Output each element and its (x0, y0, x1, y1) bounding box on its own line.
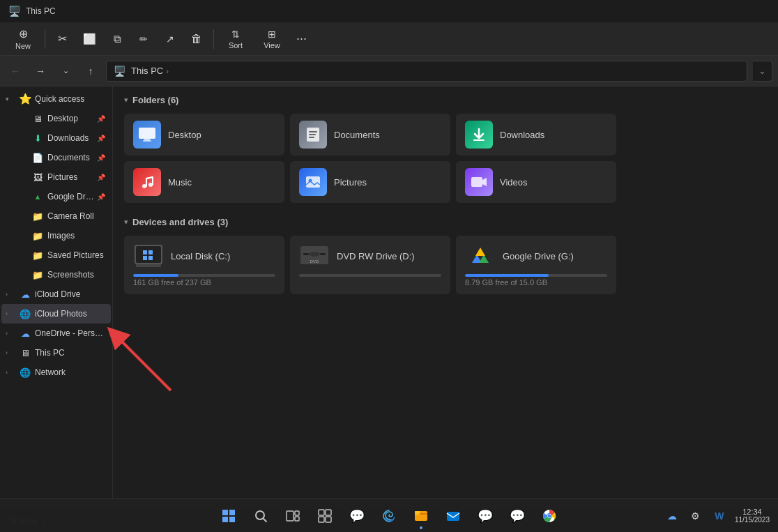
pictures-icon: 🖼 (31, 172, 45, 183)
teams-button[interactable]: 💬 (342, 501, 372, 531)
folder-documents[interactable]: Documents (290, 114, 450, 155)
sidebar-item-quick-access[interactable]: ▾ ⭐ Quick access (1, 89, 111, 109)
drives-chevron[interactable]: ▾ (124, 218, 128, 227)
share-icon: ↗ (166, 33, 174, 45)
svg-rect-40 (447, 512, 459, 521)
copy-button[interactable]: ⬜ (76, 30, 103, 48)
svg-point-23 (309, 252, 320, 257)
drive-grid: Local Disk (C:) 161 GB free of 237 GB (124, 236, 767, 294)
delete-button[interactable]: 🗑 (184, 30, 209, 48)
sidebar-item-downloads[interactable]: ⬇ Downloads 📌 (1, 128, 111, 148)
view-button[interactable]: ⊞ View (254, 26, 289, 52)
widgets-button[interactable] (310, 501, 340, 531)
images-icon: 📁 (31, 231, 45, 241)
share-button[interactable]: ↗ (158, 31, 183, 47)
settings-tray-icon[interactable]: ⚙ (685, 505, 707, 527)
sidebar-item-google-drive[interactable]: ▲ Google Drive (G… 📌 (1, 187, 111, 206)
recent-button[interactable]: ⌄ (56, 61, 75, 81)
drive-dvd-d[interactable]: DVD DVD RW Drive (D:) (290, 236, 450, 294)
sidebar-item-documents[interactable]: 📄 Documents 📌 (1, 148, 111, 167)
drive-d-top: DVD DVD RW Drive (D:) (299, 243, 441, 268)
expand-icon: › (6, 330, 15, 337)
svg-rect-10 (306, 176, 320, 188)
word-tray-icon[interactable]: W (708, 505, 731, 527)
sidebar-item-desktop[interactable]: 🖥 Desktop 📌 (1, 109, 111, 128)
skype-button[interactable]: 💬 (471, 501, 500, 531)
drive-c-free: 161 GB free of 237 GB (133, 278, 275, 287)
path-chevron: › (166, 67, 169, 75)
sidebar-item-label: Desktop (47, 114, 94, 123)
title-bar-text: This PC (26, 6, 56, 16)
folder-desktop[interactable]: Desktop (124, 114, 284, 155)
sidebar-item-this-pc[interactable]: › 🖥 This PC (1, 343, 111, 363)
messages-button[interactable]: 💬 (503, 501, 532, 531)
icloud-photos-icon: 🌐 (18, 309, 32, 319)
saved-pictures-icon: 📁 (31, 250, 45, 261)
sidebar-item-camera-roll[interactable]: 📁 Camera Roll (1, 206, 111, 226)
explorer-button[interactable] (406, 501, 436, 531)
taskbar-clock[interactable]: 12:34 11/15/2023 (732, 505, 772, 526)
sort-label: Sort (229, 41, 243, 50)
start-button[interactable] (214, 501, 243, 531)
back-button[interactable]: ← (6, 61, 25, 81)
sidebar-item-icloud-photos[interactable]: › 🌐 iCloud Photos (1, 304, 111, 324)
folders-section-header: ▾ Folders (6) (124, 95, 767, 105)
edge-button[interactable] (374, 501, 404, 531)
more-button[interactable]: ··· (291, 29, 312, 49)
sidebar-item-label: iCloud Photos (35, 309, 105, 319)
svg-point-44 (548, 514, 551, 517)
sidebar-item-label: Network (35, 367, 105, 377)
drive-local-c[interactable]: Local Disk (C:) 161 GB free of 237 GB (124, 236, 284, 294)
rename-button[interactable]: ✏ (131, 31, 156, 47)
folder-pictures[interactable]: Pictures (290, 161, 450, 203)
svg-rect-27 (229, 517, 235, 522)
sidebar-item-screenshots[interactable]: 📁 Screenshots (1, 265, 111, 284)
downloads-icon: ⬇ (31, 133, 45, 144)
cut-button[interactable]: ✂ (49, 29, 75, 48)
chrome-button[interactable] (535, 501, 564, 531)
new-button[interactable]: ⊕ New (6, 24, 40, 53)
sidebar-item-images[interactable]: 📁 Images (1, 226, 111, 245)
address-bar: ← → ⌄ ↑ 🖥️ This PC › ⌄ (0, 56, 778, 86)
svg-rect-24 (222, 510, 228, 515)
address-path[interactable]: 🖥️ This PC › (106, 61, 747, 82)
videos-folder-icon (465, 168, 493, 196)
svg-rect-7 (473, 139, 485, 141)
folders-chevron[interactable]: ▾ (124, 96, 128, 105)
sort-button[interactable]: ⇅ Sort (218, 26, 253, 52)
sidebar-item-label: Google Drive (G… (47, 192, 94, 202)
sidebar: ▾ ⭐ Quick access 🖥 Desktop 📌 ⬇ Downloads… (0, 86, 113, 510)
search-button[interactable] (246, 501, 275, 531)
drive-google-g[interactable]: Google Drive (G:) 8.79 GB free of 15.0 G… (456, 236, 616, 294)
teams-icon: 💬 (349, 508, 365, 524)
address-expand[interactable]: ⌄ (753, 61, 772, 82)
paste-button[interactable]: ⧉ (105, 30, 130, 48)
svg-rect-32 (295, 517, 299, 521)
sidebar-item-network[interactable]: › 🌐 Network (1, 363, 111, 382)
folder-music[interactable]: Music (124, 161, 284, 203)
svg-rect-18 (148, 256, 153, 260)
folder-downloads[interactable]: Downloads (456, 114, 616, 155)
title-bar: 🖥️ This PC (0, 0, 778, 22)
desktop-icon: 🖥 (31, 114, 45, 124)
task-view-button[interactable] (278, 501, 307, 531)
forward-button[interactable]: → (31, 61, 50, 81)
svg-rect-1 (144, 139, 150, 140)
toolbar: ⊕ New ✂ ⬜ ⧉ ✏ ↗ 🗑 ⇅ Sort ⊞ View ··· (0, 22, 778, 56)
pictures-svg (304, 173, 322, 191)
sidebar-item-saved-pictures[interactable]: 📁 Saved Pictures (1, 245, 111, 265)
screenshots-icon: 📁 (31, 270, 45, 280)
mail-button[interactable] (438, 501, 468, 531)
drive-c-progress (133, 274, 275, 277)
svg-line-29 (264, 518, 267, 522)
onedrive-tray-icon[interactable]: ☁ (661, 505, 683, 527)
sidebar-item-onedrive[interactable]: › ☁ OneDrive - Pers… (1, 324, 111, 343)
folder-videos[interactable]: Videos (456, 161, 616, 203)
sidebar-item-label: Camera Roll (47, 211, 105, 221)
clock-time: 12:34 (735, 508, 770, 516)
new-label: New (15, 42, 31, 50)
documents-svg (304, 126, 322, 144)
sidebar-item-pictures[interactable]: 🖼 Pictures 📌 (1, 167, 111, 187)
up-button[interactable]: ↑ (81, 61, 100, 81)
sidebar-item-icloud-drive[interactable]: › ☁ iCloud Drive (1, 284, 111, 304)
